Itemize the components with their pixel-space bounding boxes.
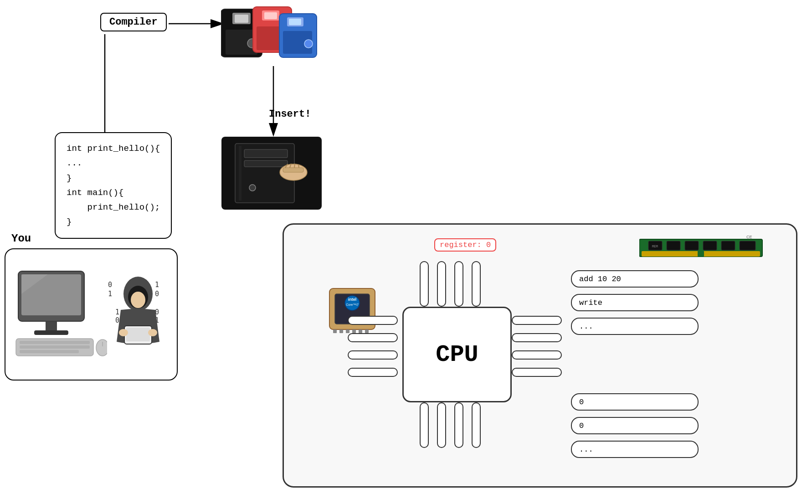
data-slot-1: 0: [571, 417, 699, 434]
svg-point-41: [96, 339, 107, 356]
data-slot-0: 0: [571, 393, 699, 411]
svg-rect-65: [740, 241, 755, 250]
svg-rect-55: [126, 328, 150, 341]
memory-list: add 10 20 write ...: [571, 270, 699, 335]
compiler-box: Compiler: [100, 13, 167, 31]
mem-slot-2: ...: [571, 318, 699, 335]
cpu-pin-bottom-2: [437, 402, 446, 448]
svg-text:CE: CE: [746, 235, 752, 239]
svg-point-18: [304, 40, 313, 48]
cpu-pin-left-1: [348, 316, 398, 325]
cpu-pin-right-1: [512, 316, 562, 325]
desktop-computer-svg: [11, 267, 107, 362]
svg-point-24: [249, 185, 256, 191]
svg-rect-35: [46, 321, 57, 331]
cpu-pins-right: [512, 316, 562, 377]
cpu-pin-top-1: [420, 261, 429, 307]
cpu-pins-top: [420, 261, 481, 307]
code-line-2: ...: [67, 156, 160, 170]
floppy-area: [219, 5, 324, 64]
svg-line-29: [294, 164, 295, 168]
svg-text:intel: intel: [348, 297, 357, 302]
svg-point-56: [119, 329, 128, 336]
data-list: 0 0 ...: [571, 393, 699, 458]
svg-rect-11: [264, 12, 277, 19]
code-line-5: print_hello();: [67, 200, 160, 215]
ram-chip: MEM CE: [639, 234, 767, 261]
cpu-pin-right-4: [512, 368, 562, 377]
svg-rect-64: [721, 241, 735, 250]
cpu-pins-bottom: [420, 402, 481, 448]
svg-text:0: 0: [155, 290, 159, 298]
svg-text:1: 1: [115, 308, 119, 316]
code-line-4: int main(){: [67, 185, 160, 200]
cpu-pin-left-2: [348, 333, 398, 342]
hacker-figure-svg: 0 1 1 0 1 0 0 1: [107, 269, 171, 360]
svg-rect-22: [244, 149, 288, 158]
mem-slot-0: add 10 20: [571, 270, 699, 288]
cpu-pin-top-2: [437, 261, 446, 307]
cpu-pin-bottom-1: [420, 402, 429, 448]
svg-text:1: 1: [155, 281, 159, 289]
svg-point-53: [131, 292, 145, 308]
svg-rect-6: [235, 15, 248, 23]
svg-rect-63: [703, 241, 717, 250]
svg-rect-40: [20, 350, 79, 353]
cpu-box: CPU: [402, 307, 512, 402]
user-box: 0 1 1 0 1 0 0 1: [5, 248, 178, 381]
svg-text:0: 0: [115, 316, 119, 324]
code-line-1: int print_hello(){: [67, 141, 160, 156]
insert-label: Insert!: [269, 108, 311, 120]
computer-diagram: register: 0 MEM CE: [283, 223, 797, 488]
code-line-3: }: [67, 171, 160, 185]
cpu-label: CPU: [436, 341, 478, 368]
cpu-pin-top-3: [454, 261, 463, 307]
data-slot-2: ...: [571, 441, 699, 458]
svg-rect-62: [685, 241, 699, 250]
svg-rect-74: [333, 329, 337, 333]
cpu-pin-right-2: [512, 333, 562, 342]
cpu-pin-bottom-4: [472, 402, 481, 448]
svg-rect-16: [289, 19, 301, 25]
tower-area: [221, 137, 322, 210]
svg-text:Core™i7: Core™i7: [346, 303, 359, 306]
svg-rect-23: [244, 160, 288, 167]
cpu-pin-bottom-3: [454, 402, 463, 448]
svg-rect-21: [239, 146, 242, 201]
floppy-disks-svg: [221, 5, 321, 64]
svg-rect-26: [283, 168, 303, 172]
ram-chip-svg: MEM CE: [639, 234, 767, 259]
cpu-pin-top-4: [472, 261, 481, 307]
compiler-label: Compiler: [109, 16, 158, 28]
svg-rect-36: [34, 330, 68, 335]
cpu-pin-left-3: [348, 350, 398, 360]
tower-svg: [221, 137, 322, 210]
svg-text:1: 1: [108, 290, 112, 298]
cpu-pins-left: [348, 316, 398, 377]
register-badge: register: 0: [434, 238, 496, 252]
you-label: You: [11, 232, 31, 245]
svg-rect-67: [698, 251, 704, 257]
svg-rect-39: [20, 345, 90, 349]
svg-rect-61: [667, 241, 680, 250]
cpu-pin-right-3: [512, 350, 562, 360]
mem-slot-1: write: [571, 294, 699, 311]
cpu-pin-left-4: [348, 368, 398, 377]
svg-rect-75: [339, 329, 343, 333]
svg-rect-38: [20, 341, 90, 344]
svg-point-57: [148, 329, 157, 336]
svg-text:MEM: MEM: [652, 245, 658, 248]
svg-line-30: [298, 165, 299, 168]
code-box: int print_hello(){ ... } int main(){ pri…: [55, 132, 172, 239]
svg-text:0: 0: [108, 281, 112, 289]
code-line-6: }: [67, 215, 160, 229]
